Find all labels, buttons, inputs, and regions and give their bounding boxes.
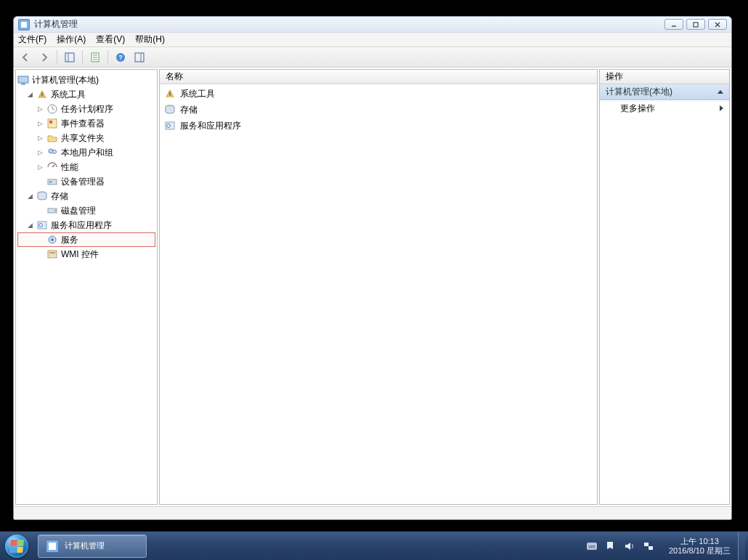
system-tools-icon: [36, 89, 48, 100]
expand-icon[interactable]: ▷: [36, 134, 44, 142]
navigation-tree[interactable]: 计算机管理(本地) ◢ 系统工具 ▷ 任务: [16, 70, 157, 504]
show-hide-tree-button[interactable]: [61, 49, 78, 65]
computer-management-window: 计算机管理 文件(F) 操作(A) 查看(V) 帮助(H): [13, 16, 732, 520]
svg-rect-36: [169, 92, 171, 96]
tree-label: 磁盘管理: [61, 203, 96, 218]
actions-group-label: 计算机管理(本地): [606, 86, 672, 98]
expand-icon[interactable]: ▷: [36, 163, 44, 171]
system-tools-icon: [164, 88, 176, 100]
statusbar: [14, 506, 731, 519]
toolbar-separator: [107, 50, 108, 65]
expand-icon[interactable]: ▷: [36, 105, 44, 113]
toolbar: ?: [14, 47, 731, 68]
tree-node-system-tools[interactable]: ◢ 系统工具: [17, 87, 155, 102]
close-button[interactable]: [708, 19, 727, 30]
windows-logo-icon: [5, 535, 28, 558]
network-icon[interactable]: [643, 540, 654, 552]
chevron-right-icon: [720, 105, 723, 111]
list-item-storage[interactable]: 存储: [160, 102, 597, 118]
expand-icon[interactable]: ▷: [36, 149, 44, 157]
svg-point-29: [54, 210, 56, 211]
svg-line-24: [52, 165, 54, 167]
titlebar[interactable]: 计算机管理: [14, 17, 731, 33]
tree-node-storage[interactable]: ◢ 存储: [17, 189, 155, 203]
svg-rect-35: [49, 252, 55, 253]
tree-label: 性能: [61, 160, 78, 174]
services-apps-icon: [36, 219, 48, 231]
tree-label: 存储: [51, 189, 68, 203]
tree-node-performance[interactable]: ▷ 性能: [17, 160, 155, 174]
volume-icon[interactable]: [624, 540, 635, 552]
tree-node-shared-folders[interactable]: ▷ 共享文件夹: [17, 131, 155, 145]
forward-button[interactable]: [36, 49, 53, 65]
svg-rect-43: [649, 546, 653, 550]
actions-group-title[interactable]: 计算机管理(本地): [600, 84, 729, 100]
disk-icon: [46, 205, 58, 216]
collapse-icon[interactable]: ◢: [26, 222, 34, 230]
system-tray: vm 上午 10:13 2016/8/10 星期三: [579, 532, 748, 560]
computer-management-icon: [17, 74, 29, 86]
tree-node-wmi-control[interactable]: WMI 控件: [17, 247, 155, 261]
actions-pane: 操作 计算机管理(本地) 更多操作: [599, 69, 730, 505]
tree-node-services[interactable]: 服务: [17, 232, 155, 247]
svg-rect-25: [48, 179, 57, 184]
tree-label: 事件查看器: [61, 116, 105, 131]
gear-icon: [46, 234, 58, 245]
list-item-label: 系统工具: [180, 88, 215, 100]
tree-label: WMI 控件: [61, 247, 99, 261]
event-viewer-icon: [46, 118, 58, 129]
help-button[interactable]: ?: [112, 49, 129, 65]
tree-node-local-users[interactable]: ▷ 本地用户和组: [17, 145, 155, 160]
tree-label: 共享文件夹: [61, 131, 105, 145]
shared-folder-icon: [46, 132, 58, 144]
tree-label: 本地用户和组: [61, 145, 113, 160]
tree-label: 计算机管理(本地): [32, 73, 99, 87]
storage-icon: [36, 190, 48, 202]
clock-date: 2016/8/10 星期三: [669, 546, 731, 556]
collapse-icon[interactable]: ◢: [26, 91, 34, 99]
chevron-up-icon: [717, 90, 723, 94]
tree-node-device-manager[interactable]: 设备管理器: [17, 174, 155, 189]
list-item-system-tools[interactable]: 系统工具: [160, 86, 597, 102]
services-apps-icon: [164, 120, 176, 131]
tree-node-services-apps[interactable]: ◢ 服务和应用程序: [17, 218, 155, 232]
toolbar-separator: [57, 50, 57, 65]
maximize-button[interactable]: [686, 19, 705, 30]
expand-icon[interactable]: ▷: [36, 120, 44, 128]
tree-node-event-viewer[interactable]: ▷ 事件查看器: [17, 116, 155, 131]
tree-root[interactable]: 计算机管理(本地): [17, 73, 155, 87]
taskbar-clock[interactable]: 上午 10:13 2016/8/10 星期三: [662, 537, 738, 556]
menubar: 文件(F) 操作(A) 查看(V) 帮助(H): [14, 33, 731, 47]
taskbar-item-computer-management[interactable]: 计算机管理: [38, 535, 147, 558]
show-desktop-button[interactable]: [738, 532, 745, 561]
menu-file[interactable]: 文件(F): [18, 33, 46, 46]
performance-icon: [46, 161, 58, 173]
svg-rect-4: [65, 53, 74, 62]
taskbar-item-label: 计算机管理: [65, 540, 105, 551]
app-icon: [46, 540, 59, 553]
list-item-services-apps[interactable]: 服务和应用程序: [160, 118, 597, 134]
tree-node-disk-management[interactable]: 磁盘管理: [17, 203, 155, 218]
app-icon: [18, 19, 30, 31]
tree-node-task-scheduler[interactable]: ▷ 任务计划程序: [17, 102, 155, 116]
list-item-label: 存储: [180, 104, 198, 116]
action-center-icon[interactable]: [605, 540, 617, 552]
action-more-actions[interactable]: 更多操作: [600, 100, 729, 116]
menu-help[interactable]: 帮助(H): [135, 33, 165, 46]
show-action-pane-button[interactable]: [131, 49, 148, 65]
menu-action[interactable]: 操作(A): [57, 33, 86, 46]
back-button[interactable]: [17, 49, 34, 65]
properties-button[interactable]: [86, 49, 104, 65]
minimize-button[interactable]: [664, 19, 683, 30]
vm-tools-icon[interactable]: vm: [586, 540, 598, 552]
list-header-name[interactable]: 名称: [160, 70, 597, 84]
details-list-pane: 名称 系统工具 存储 服务: [159, 69, 598, 505]
device-manager-icon: [46, 176, 58, 187]
list-body[interactable]: 系统工具 存储 服务和应用程序: [160, 84, 597, 504]
start-button[interactable]: [0, 532, 33, 561]
tree-label: 系统工具: [51, 87, 86, 102]
svg-rect-26: [49, 181, 52, 183]
collapse-icon[interactable]: ◢: [26, 192, 34, 200]
svg-point-33: [51, 238, 54, 241]
menu-view[interactable]: 查看(V): [96, 33, 125, 46]
